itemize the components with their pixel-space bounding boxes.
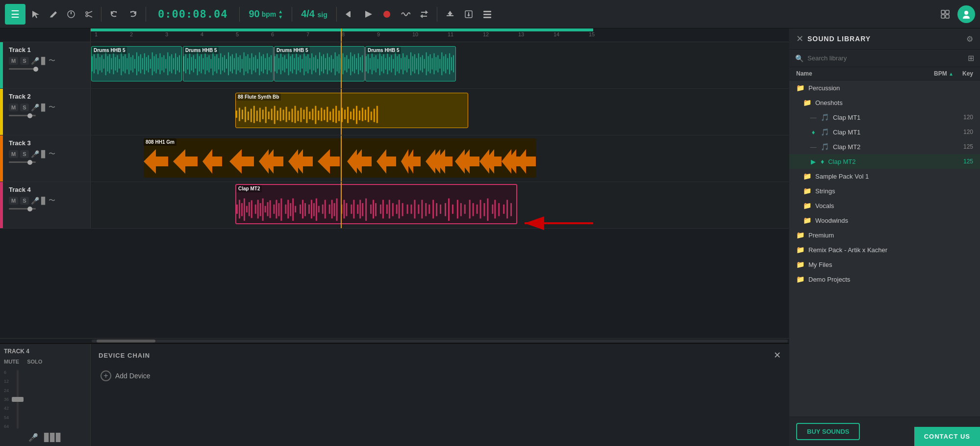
timeline-ruler[interactable]: 1 2 3 4 5 6 7 8 9 10 11 12 13 14 15 [91, 28, 789, 42]
lib-item-clap-mt1-1[interactable]: — 🎵 Clap MT1 120 [789, 110, 980, 125]
import-button[interactable] [461, 7, 477, 21]
clip-3-1[interactable]: 808 HH1 Gm [144, 138, 536, 178]
scrollbar-track[interactable] [92, 340, 788, 342]
mute-btn-2[interactable]: M [9, 104, 18, 111]
undo-button[interactable] [106, 7, 122, 21]
library-list[interactable]: 📁 Percussion 📁 Oneshots — 🎵 Clap MT1 120… [789, 80, 980, 417]
wave-icon-2[interactable]: 〜 [49, 103, 55, 112]
search-input[interactable] [807, 54, 964, 62]
solo-btn-4[interactable]: S [20, 197, 28, 205]
bpm-arrows[interactable]: ▲▼ [278, 9, 283, 20]
lib-item-my-files[interactable]: 📁 My Files [789, 257, 980, 272]
mute-btn-4[interactable]: M [9, 197, 18, 205]
lib-item-premium[interactable]: 📁 Premium [789, 228, 980, 242]
avatar[interactable] [957, 5, 975, 23]
cursor-tool-button[interactable] [28, 8, 43, 21]
library-filter-button[interactable]: ⚙ [966, 34, 973, 44]
vol-handle-2[interactable] [27, 113, 32, 118]
rewind-button[interactable] [342, 7, 357, 21]
pencil-tool-button[interactable] [46, 8, 61, 21]
clip-4-1[interactable]: Clap MT2 [235, 184, 517, 224]
vol-slider-3[interactable] [9, 161, 36, 163]
library-options-button[interactable]: ⊞ [968, 53, 974, 63]
solo-btn-2[interactable]: S [20, 104, 28, 111]
solo-btn-3[interactable]: S [20, 150, 28, 158]
clip-1-2[interactable]: Drums HHB 5 [183, 46, 274, 81]
fader-rail[interactable] [17, 370, 19, 429]
mute-btn-3[interactable]: M [9, 150, 18, 158]
lib-item-percussion[interactable]: 📁 Percussion [789, 80, 980, 95]
vol-handle-3[interactable] [27, 160, 32, 165]
menu-button[interactable]: ☰ [5, 4, 25, 25]
lib-item-strings[interactable]: 📁 Strings [789, 184, 980, 198]
track-content-3[interactable]: 808 HH1 Gm [91, 135, 789, 182]
device-chain-close[interactable]: ✕ [774, 350, 781, 361]
mic-icon-2[interactable]: 🎤 [31, 104, 39, 111]
svg-rect-204 [447, 58, 448, 69]
clip-1-4[interactable]: Drums HHB 5 [365, 46, 456, 81]
svg-rect-57 [156, 54, 157, 74]
metronome-button[interactable] [64, 8, 78, 21]
svg-rect-74 [191, 57, 192, 70]
eq-icon-2[interactable]: ▊ [41, 104, 47, 111]
scissors-button[interactable] [81, 8, 96, 21]
lib-item-demo-projects[interactable]: 📁 Demo Projects [789, 272, 980, 287]
eq-icon-4[interactable]: ▊ [41, 197, 47, 205]
solo-btn-1[interactable]: S [20, 57, 28, 65]
lib-item-clap-mt2-1[interactable]: — 🎵 Clap MT2 125 [789, 139, 980, 154]
eq-mixer-icon[interactable]: ▊▊▊ [44, 433, 62, 442]
vol-handle-4[interactable] [27, 207, 32, 211]
vol-slider-2[interactable] [9, 115, 36, 116]
lib-item-clap-mt1-2[interactable]: ♦ 🎵 Clap MT1 120 [789, 125, 980, 139]
wave-icon-3[interactable]: 〜 [49, 150, 55, 158]
scrollbar-thumb[interactable] [97, 340, 155, 342]
mic-mixer-icon[interactable]: 🎤 [28, 433, 38, 442]
vol-slider-4[interactable] [9, 208, 36, 210]
svg-rect-306 [304, 203, 306, 216]
contact-us-button[interactable]: CONTACT US [914, 427, 980, 446]
eq-icon-3[interactable]: ▊ [41, 150, 47, 158]
export-button[interactable] [442, 7, 458, 21]
track-content-4[interactable]: Clap MT2 [91, 182, 789, 228]
buy-sounds-button[interactable]: BUY SOUNDS [796, 423, 860, 440]
track-content-2[interactable]: 88 Flute Synth Bb [91, 89, 789, 135]
ruler-tick-3: 3 [165, 31, 168, 37]
mic-icon-3[interactable]: 🎤 [31, 150, 39, 158]
svg-rect-24 [92, 56, 93, 71]
vol-handle-1[interactable] [33, 67, 38, 72]
redo-button[interactable] [125, 7, 141, 21]
bpm-display: 90 bpm ▲▼ [245, 8, 287, 20]
lib-item-remix-pack[interactable]: 📁 Remix Pack - Artik x Kacher [789, 242, 980, 257]
track-content-1[interactable]: Drums HHB 5 // Generate waveform bars [91, 42, 789, 88]
vol-slider-1[interactable] [9, 68, 36, 70]
play-button[interactable] [360, 7, 376, 21]
clip-1-3[interactable]: Drums HHB 5 [274, 46, 365, 81]
add-device-button[interactable]: + Add Device [99, 367, 781, 385]
mic-icon-4[interactable]: 🎤 [31, 197, 39, 205]
lib-item-vocals[interactable]: 📁 Vocals [789, 198, 980, 213]
wave-icon-1[interactable]: 〜 [49, 56, 55, 65]
library-close-button[interactable]: ✕ [796, 33, 804, 44]
svg-rect-111 [263, 54, 264, 74]
clip-1-1[interactable]: Drums HHB 5 // Generate waveform bars [91, 46, 182, 81]
wave-icon-4[interactable]: 〜 [49, 196, 55, 205]
mic-icon-1[interactable]: 🎤 [31, 57, 39, 65]
lib-item-clap-mt2-2[interactable]: ▶ ♦ Clap MT2 125 [789, 154, 980, 169]
play-btn-clap2[interactable]: ▶ [810, 158, 817, 165]
loop-button[interactable] [416, 7, 432, 21]
record-button[interactable] [379, 7, 395, 21]
settings-button[interactable] [479, 7, 495, 21]
horizontal-scrollbar[interactable] [0, 338, 789, 343]
lib-item-oneshots[interactable]: 📁 Oneshots [789, 95, 980, 110]
svg-rect-120 [282, 57, 283, 70]
eq-icon-1[interactable]: ▊ [41, 57, 47, 65]
connect-button[interactable] [937, 7, 954, 22]
fader-handle[interactable] [12, 397, 24, 402]
tracks-scroll[interactable]: Track 1 M S 🎤 ▊ 〜 [0, 42, 789, 338]
wave-button[interactable] [398, 7, 413, 21]
clip-2-1[interactable]: 88 Flute Synth Bb [235, 93, 468, 128]
svg-rect-316 [334, 203, 335, 216]
lib-item-woodwinds[interactable]: 📁 Woodwinds [789, 213, 980, 228]
lib-item-sample-pack[interactable]: 📁 Sample Pack Vol 1 [789, 169, 980, 184]
mute-btn-1[interactable]: M [9, 57, 18, 65]
